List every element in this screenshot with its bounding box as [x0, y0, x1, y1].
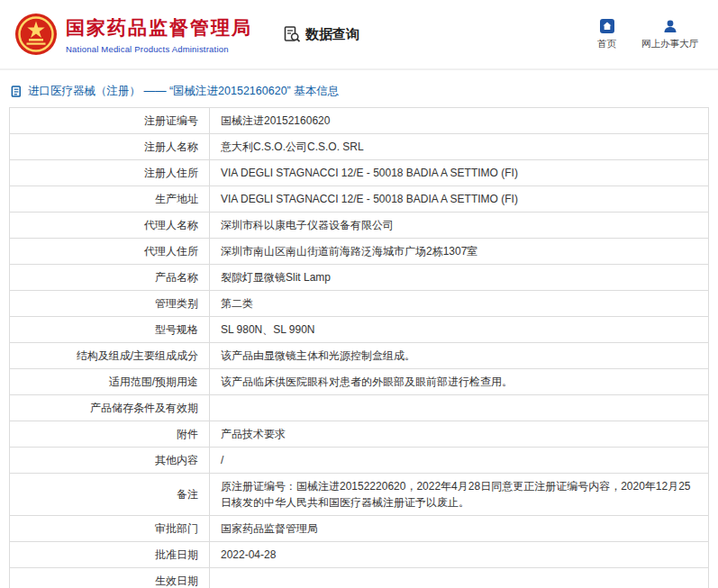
row-label: 生产地址: [10, 186, 210, 213]
table-row: 代理人住所深圳市南山区南山街道前海路泛海城市广场2栋1307室: [10, 239, 709, 265]
table-row: 备注原注册证编号：国械注进20152220620，2022年4月28日同意更正注…: [10, 474, 709, 516]
table-row: 附件产品技术要求: [10, 421, 709, 448]
table-row: 生效日期: [10, 568, 709, 588]
row-label: 审批部门: [10, 516, 210, 542]
table-row: 产品储存条件及有效期: [10, 395, 709, 421]
agency-name: 国家药品监督管理局 National Medical Products Admi…: [66, 15, 252, 54]
agency-name-cn: 国家药品监督管理局: [66, 15, 252, 41]
page-title-bar: 进口医疗器械（注册） —— “国械注进20152160620” 基本信息: [0, 70, 718, 107]
data-query-label: 数据查询: [305, 26, 359, 43]
table-row: 型号规格SL 980N、SL 990N: [10, 317, 709, 343]
row-label: 代理人住所: [10, 239, 210, 265]
site-header: 国家药品监督管理局 National Medical Products Admi…: [0, 0, 718, 70]
row-label: 产品储存条件及有效期: [10, 395, 210, 421]
row-value: [210, 568, 709, 588]
table-row: 管理类别第二类: [10, 291, 709, 317]
row-value: 裂隙灯显微镜Slit Lamp: [210, 265, 709, 291]
home-icon: [599, 18, 615, 34]
row-label: 备注: [10, 474, 210, 516]
nav-service-hall[interactable]: 网上办事大厅: [641, 18, 698, 50]
table-row: 注册人住所VIA DEGLI STAGNACCI 12/E - 50018 BA…: [10, 160, 709, 186]
info-table-body: 注册证编号国械注进20152160620注册人名称意大利C.S.O.公司C.S.…: [10, 108, 709, 588]
row-label: 适用范围/预期用途: [10, 369, 210, 395]
table-row: 其他内容/: [10, 448, 709, 474]
national-emblem-icon: [14, 13, 58, 56]
page-title: 进口医疗器械（注册） —— “国械注进20152160620” 基本信息: [28, 84, 339, 99]
page-title-icon: [11, 86, 23, 97]
row-value: 原注册证编号：国械注进20152220620，2022年4月28日同意更正注册证…: [210, 474, 709, 516]
row-value: 该产品由显微镜主体和光源控制盒组成。: [210, 343, 709, 369]
row-label: 注册人名称: [10, 134, 210, 160]
nav-service-hall-label: 网上办事大厅: [641, 38, 698, 50]
agency-brand: 国家药品监督管理局 National Medical Products Admi…: [14, 13, 252, 56]
row-label: 附件: [10, 421, 210, 448]
row-value: SL 980N、SL 990N: [210, 317, 709, 343]
row-value: 深圳市南山区南山街道前海路泛海城市广场2栋1307室: [210, 239, 709, 265]
data-query-heading: 数据查询: [283, 25, 359, 43]
person-icon: [662, 18, 678, 34]
row-value: 第二类: [210, 291, 709, 317]
device-info-table: 注册证编号国械注进20152160620注册人名称意大利C.S.O.公司C.S.…: [9, 107, 709, 588]
table-row: 注册证编号国械注进20152160620: [10, 108, 709, 134]
row-label: 产品名称: [10, 265, 210, 291]
table-row: 代理人名称深圳市科以康电子仪器设备有限公司: [10, 213, 709, 239]
row-label: 生效日期: [10, 568, 210, 588]
top-nav: 首页 网上办事大厅: [597, 18, 704, 50]
row-label: 结构及组成/主要组成成分: [10, 343, 210, 369]
row-value: 该产品临床供医院眼科对患者的外眼部及眼前部进行检查用。: [210, 369, 709, 395]
row-label: 代理人名称: [10, 213, 210, 239]
data-query-icon: [283, 25, 301, 43]
row-value: 国家药品监督管理局: [210, 516, 709, 542]
table-row: 结构及组成/主要组成成分该产品由显微镜主体和光源控制盒组成。: [10, 343, 709, 369]
table-row: 审批部门国家药品监督管理局: [10, 516, 709, 542]
row-value: VIA DEGLI STAGNACCI 12/E - 50018 BADIA A…: [210, 186, 709, 213]
row-value: [210, 395, 709, 421]
table-row: 适用范围/预期用途该产品临床供医院眼科对患者的外眼部及眼前部进行检查用。: [10, 369, 709, 395]
table-row: 批准日期2022-04-28: [10, 542, 709, 568]
row-value: 深圳市科以康电子仪器设备有限公司: [210, 213, 709, 239]
row-label: 注册证编号: [10, 108, 210, 134]
row-value: 国械注进20152160620: [210, 108, 709, 134]
nav-home[interactable]: 首页: [597, 18, 616, 50]
row-value: 产品技术要求: [210, 421, 709, 448]
row-value: 意大利C.S.O.公司C.S.O. SRL: [210, 134, 709, 160]
row-label: 其他内容: [10, 448, 210, 474]
row-value: /: [210, 448, 709, 474]
agency-name-en: National Medical Products Administration: [66, 44, 252, 54]
row-label: 注册人住所: [10, 160, 210, 186]
table-row: 产品名称裂隙灯显微镜Slit Lamp: [10, 265, 709, 291]
table-row: 注册人名称意大利C.S.O.公司C.S.O. SRL: [10, 134, 709, 160]
row-label: 批准日期: [10, 542, 210, 568]
row-value: 2022-04-28: [210, 542, 709, 568]
row-label: 型号规格: [10, 317, 210, 343]
nav-home-label: 首页: [597, 38, 616, 50]
row-value: VIA DEGLI STAGNACCI 12/E - 50018 BADIA A…: [210, 160, 709, 186]
table-row: 生产地址VIA DEGLI STAGNACCI 12/E - 50018 BAD…: [10, 186, 709, 213]
row-label: 管理类别: [10, 291, 210, 317]
